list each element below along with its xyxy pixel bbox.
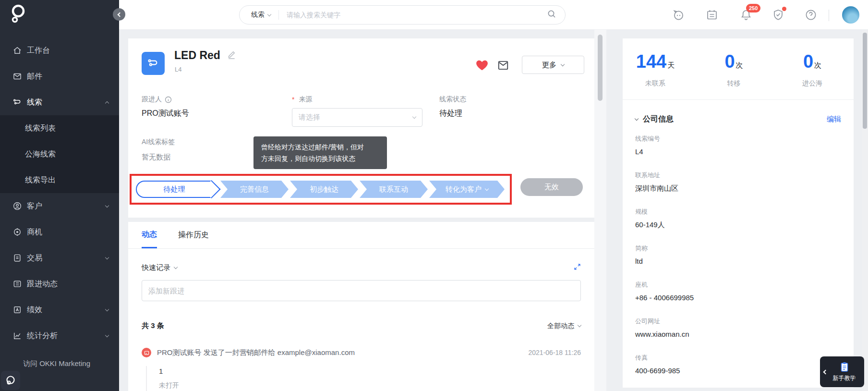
activity-card: 动态 操作历史 快速记录 共 3 条 全部动态 PRO测试账号 发送 bbox=[128, 222, 594, 391]
expand-icon[interactable] bbox=[574, 263, 581, 272]
info-icon[interactable] bbox=[165, 96, 172, 103]
timeline-line bbox=[146, 366, 147, 391]
search-icon[interactable] bbox=[547, 9, 556, 21]
help-icon[interactable] bbox=[804, 8, 818, 22]
leads-icon bbox=[12, 98, 22, 107]
sidebar-item-leads-list[interactable]: 线索列表 bbox=[0, 115, 119, 141]
stat-value: 0 bbox=[724, 51, 735, 72]
pipeline-stage-first-touch[interactable]: 初步触达 bbox=[290, 181, 358, 198]
tab-feed[interactable]: 动态 bbox=[142, 222, 157, 248]
favorite-heart-icon[interactable] bbox=[475, 58, 489, 72]
source-select[interactable]: 请选择 bbox=[292, 108, 422, 127]
status-label: 线索状态 bbox=[439, 95, 466, 104]
stage-label: 转化为客户 bbox=[446, 185, 482, 194]
field-value: L4 bbox=[635, 147, 841, 157]
document-icon bbox=[12, 253, 22, 263]
quick-record-label: 快速记录 bbox=[142, 263, 170, 272]
stat-unit: 天 bbox=[667, 61, 675, 69]
chevron-down-icon bbox=[105, 255, 109, 259]
sidebar-collapse-button[interactable] bbox=[113, 8, 125, 21]
lead-code: L4 bbox=[175, 66, 181, 73]
lead-header-card: LED Red L4 更多 跟进人 PRO测试账号 * 来源 bbox=[128, 38, 594, 218]
activity-detail: 未打开 bbox=[159, 381, 581, 390]
activity-filter-dropdown[interactable]: 全部动态 bbox=[547, 322, 581, 330]
company-info-section: 公司信息 编辑 线索编号 L4 联系地址 深圳市南山区 规模 60-149人 简… bbox=[623, 114, 854, 376]
sidebar-item-label: 邮件 bbox=[27, 72, 108, 82]
tooltip-line: 方未回复，则自动切换到该状态 bbox=[261, 153, 379, 164]
mark-invalid-button[interactable]: 无效 bbox=[520, 178, 583, 196]
user-avatar[interactable] bbox=[842, 6, 859, 24]
assistant-chat-icon[interactable] bbox=[672, 8, 685, 22]
sidebar-item-performance[interactable]: 绩效 bbox=[0, 297, 119, 323]
global-search: 线索 bbox=[239, 5, 566, 24]
owner-field: 跟进人 PRO测试账号 bbox=[142, 95, 189, 119]
ai-tag-label: AI线索标签 bbox=[142, 138, 175, 147]
sidebar-item-mail[interactable]: 邮件 bbox=[0, 63, 119, 89]
sidebar-item-label: 商机 bbox=[27, 227, 108, 237]
search-category-dropdown[interactable]: 线索 bbox=[251, 11, 271, 19]
sidebar-item-public-leads[interactable]: 公海线索 bbox=[0, 141, 119, 167]
sidebar-item-label: 跟进动态 bbox=[27, 279, 108, 289]
sidebar-item-leads[interactable]: 线索 bbox=[0, 89, 119, 115]
search-input[interactable] bbox=[287, 11, 547, 19]
stat-uncontacted: 144天 未联系 bbox=[630, 52, 680, 99]
field-value: 400-6699-985 bbox=[635, 366, 841, 376]
sidebar-nav: 工作台 邮件 线索 线索列表 公海线索 线索导出 客户 bbox=[0, 37, 119, 349]
section-title: 公司信息 bbox=[643, 114, 674, 124]
sidebar-item-deals[interactable]: 交易 bbox=[0, 245, 119, 271]
calendar-icon[interactable] bbox=[705, 8, 719, 22]
support-icon bbox=[4, 374, 17, 387]
sidebar-item-analytics[interactable]: 统计分析 bbox=[0, 323, 119, 349]
company-field-short-name: 简称 ltd bbox=[635, 244, 841, 266]
sidebar-item-label: 线索 bbox=[27, 98, 106, 108]
sidebar-item-label: 线索导出 bbox=[25, 175, 56, 185]
chevron-down-icon[interactable] bbox=[635, 117, 639, 121]
edit-title-icon[interactable] bbox=[227, 50, 236, 61]
stat-unit: 次 bbox=[736, 61, 743, 69]
sidebar-item-workbench[interactable]: 工作台 bbox=[0, 37, 119, 63]
field-label: 座机 bbox=[635, 281, 841, 289]
pipeline-stage-convert[interactable]: 转化为客户 bbox=[429, 181, 505, 198]
grade-icon bbox=[12, 305, 22, 315]
ai-tag-field: AI线索标签 暂无数据 bbox=[142, 138, 175, 162]
pipeline-stage-pending[interactable]: 待处理 bbox=[136, 181, 212, 198]
sidebar-item-leads-export[interactable]: 线索导出 bbox=[0, 167, 119, 193]
notifications-bell-icon[interactable]: 250 bbox=[739, 8, 753, 22]
quick-record-dropdown[interactable]: 快速记录 bbox=[142, 263, 177, 272]
stat-label: 进公海 bbox=[787, 79, 837, 88]
send-mail-icon[interactable] bbox=[497, 59, 509, 72]
new-followup-input[interactable] bbox=[142, 280, 581, 301]
list-item[interactable]: PRO测试账号 发送了一封营销邮件给 example@xiaoman.com 2… bbox=[142, 348, 581, 357]
security-shield-icon[interactable] bbox=[772, 8, 785, 22]
pipeline-highlight-box: 待处理 完善信息 初步触达 联系互动 转化为客户 bbox=[130, 174, 512, 205]
tab-history[interactable]: 操作历史 bbox=[178, 222, 209, 248]
scrollbar-thumb[interactable] bbox=[598, 35, 603, 101]
sidebar-item-label: 绩效 bbox=[27, 305, 106, 315]
more-actions-button[interactable]: 更多 bbox=[522, 56, 584, 74]
target-icon bbox=[12, 227, 22, 237]
field-value: +86 - 4006699985 bbox=[635, 293, 841, 303]
sidebar-item-followup-feed[interactable]: 跟进动态 bbox=[0, 271, 119, 297]
status-tooltip: 曾经给对方送达过邮件/营销，但对 方未回复，则自动切换到该状态 bbox=[253, 136, 387, 169]
sidebar-item-opportunities[interactable]: 商机 bbox=[0, 219, 119, 245]
chevron-up-icon bbox=[105, 101, 109, 105]
sidebar: 工作台 邮件 线索 线索列表 公海线索 线索导出 客户 bbox=[0, 0, 119, 391]
sidebar-item-customers[interactable]: 客户 bbox=[0, 193, 119, 219]
pipeline-stage-engaged[interactable]: 联系互动 bbox=[360, 181, 428, 198]
stat-label: 未联系 bbox=[630, 79, 680, 88]
edit-company-link[interactable]: 编辑 bbox=[827, 115, 841, 124]
field-label: 公司网址 bbox=[635, 318, 841, 325]
required-mark: * bbox=[292, 96, 294, 103]
ai-tag-value: 暂无数据 bbox=[142, 153, 175, 162]
more-label: 更多 bbox=[542, 61, 556, 70]
pipeline-stage-complete-info[interactable]: 完善信息 bbox=[220, 181, 289, 198]
field-value: 60-149人 bbox=[635, 220, 841, 230]
tutorial-widget[interactable]: 新手教学 bbox=[820, 356, 864, 387]
company-panel: 144天 未联系 0次 转移 0次 进公海 公司信息 编辑 线索编号 L4 bbox=[623, 38, 854, 388]
page-scrollbar-thumb[interactable] bbox=[863, 33, 867, 129]
field-value: 深圳市南山区 bbox=[635, 183, 841, 193]
status-value: 待处理 bbox=[439, 109, 466, 119]
okki-marketing-link[interactable]: 访问 OKKI Marketing bbox=[23, 359, 90, 368]
support-widget[interactable] bbox=[1, 371, 20, 390]
company-field-website: 公司网址 www.xiaoman.cn bbox=[635, 318, 841, 339]
